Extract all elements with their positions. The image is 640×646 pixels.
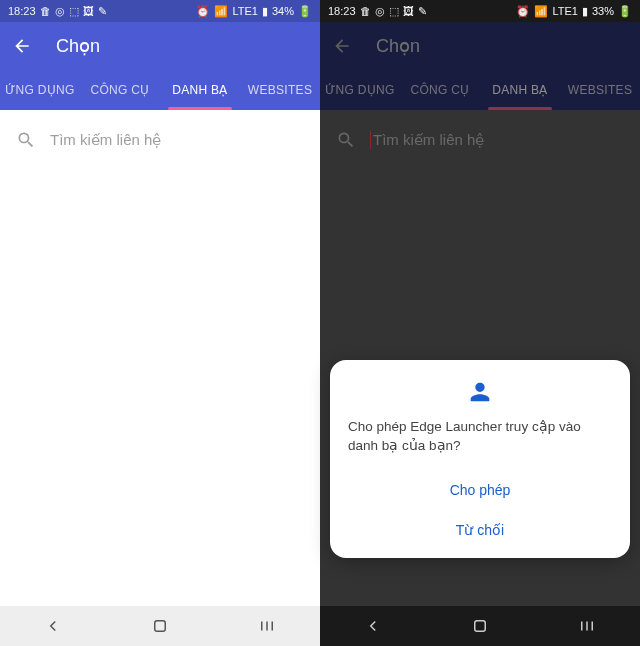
image-icon: 🖼 bbox=[403, 5, 414, 17]
person-icon bbox=[466, 378, 494, 406]
network-icon: ◎ bbox=[375, 5, 385, 18]
signal-icon: ▮ bbox=[262, 5, 268, 18]
tab-contacts[interactable]: DANH BẠ bbox=[160, 70, 240, 110]
tab-bar: ỨNG DỤNG CÔNG CỤ DANH BẠ WEBSITES bbox=[0, 70, 320, 110]
dialog-allow-button[interactable]: Cho phép bbox=[348, 470, 612, 510]
appbar-title: Chọn bbox=[56, 35, 100, 57]
pencil-icon: ✎ bbox=[98, 5, 107, 18]
permission-dialog: Cho phép Edge Launcher truy cập vào danh… bbox=[330, 360, 630, 558]
screen-right: 18:23 🗑 ◎ ⬚ 🖼 ✎ ⏰ 📶 LTE1 ▮ 33% 🔋 Chọn ỨN… bbox=[320, 0, 640, 646]
tab-websites[interactable]: WEBSITES bbox=[240, 70, 320, 110]
wifi-icon: 📶 bbox=[214, 5, 228, 18]
nav-back[interactable] bbox=[40, 613, 66, 639]
back-button[interactable] bbox=[12, 36, 32, 56]
image-icon: 🖼 bbox=[83, 5, 94, 17]
nav-recent[interactable] bbox=[574, 613, 600, 639]
lte-indicator: LTE1 bbox=[232, 5, 257, 17]
screen-left: 18:23 🗑 ◎ ⬚ 🖼 ✎ ⏰ 📶 LTE1 ▮ 34% 🔋 Chọn ỨN… bbox=[0, 0, 320, 646]
trash-icon: 🗑 bbox=[360, 5, 371, 17]
trash-icon: 🗑 bbox=[40, 5, 51, 17]
alarm-icon: ⏰ bbox=[196, 5, 210, 18]
battery-icon: 🔋 bbox=[298, 5, 312, 18]
tab-tools[interactable]: CÔNG CỤ bbox=[80, 70, 160, 110]
search-row[interactable]: Tìm kiếm liên hệ bbox=[0, 116, 320, 164]
content-area bbox=[0, 164, 320, 606]
dialog-deny-button[interactable]: Từ chối bbox=[348, 510, 612, 550]
nav-back[interactable] bbox=[360, 613, 386, 639]
search-icon bbox=[16, 130, 36, 150]
battery-text: 34% bbox=[272, 5, 294, 17]
status-time: 18:23 bbox=[8, 5, 36, 17]
status-bar: 18:23 🗑 ◎ ⬚ 🖼 ✎ ⏰ 📶 LTE1 ▮ 33% 🔋 bbox=[320, 0, 640, 22]
tab-apps[interactable]: ỨNG DỤNG bbox=[0, 70, 80, 110]
status-bar: 18:23 🗑 ◎ ⬚ 🖼 ✎ ⏰ 📶 LTE1 ▮ 34% 🔋 bbox=[0, 0, 320, 22]
nav-bar bbox=[0, 606, 320, 646]
alarm-icon: ⏰ bbox=[516, 5, 530, 18]
wifi-icon: 📶 bbox=[534, 5, 548, 18]
svg-rect-0 bbox=[155, 621, 166, 632]
nav-home[interactable] bbox=[147, 613, 173, 639]
app-bar: Chọn bbox=[0, 22, 320, 70]
signal-icon: ▮ bbox=[582, 5, 588, 18]
pencil-icon: ✎ bbox=[418, 5, 427, 18]
nav-bar bbox=[320, 606, 640, 646]
battery-icon: 🔋 bbox=[618, 5, 632, 18]
nav-home[interactable] bbox=[467, 613, 493, 639]
svg-rect-1 bbox=[475, 621, 486, 632]
arrow-left-icon bbox=[12, 36, 32, 56]
network-icon: ◎ bbox=[55, 5, 65, 18]
status-indicator-icon: ⬚ bbox=[69, 5, 79, 18]
dialog-message: Cho phép Edge Launcher truy cập vào danh… bbox=[348, 418, 612, 456]
status-indicator-icon: ⬚ bbox=[389, 5, 399, 18]
lte-indicator: LTE1 bbox=[552, 5, 577, 17]
search-placeholder: Tìm kiếm liên hệ bbox=[50, 131, 161, 149]
status-time: 18:23 bbox=[328, 5, 356, 17]
battery-text: 33% bbox=[592, 5, 614, 17]
nav-recent[interactable] bbox=[254, 613, 280, 639]
